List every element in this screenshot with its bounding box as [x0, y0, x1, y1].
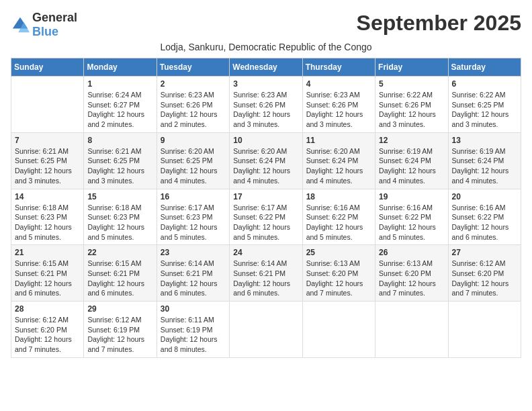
day-number: 25 — [306, 248, 371, 257]
day-number: 15 — [87, 192, 152, 201]
day-number: 1 — [87, 79, 152, 89]
calendar-cell: 3Sunrise: 6:23 AMSunset: 6:26 PMDaylight… — [230, 77, 302, 133]
calendar-cell: 15Sunrise: 6:18 AMSunset: 6:23 PMDayligh… — [84, 189, 157, 245]
day-info: Sunrise: 6:15 AMSunset: 6:21 PMDaylight:… — [15, 259, 80, 298]
day-number: 17 — [233, 192, 298, 201]
day-number: 30 — [161, 304, 226, 314]
calendar-cell — [230, 302, 302, 358]
calendar-cell: 10Sunrise: 6:20 AMSunset: 6:24 PMDayligh… — [230, 132, 302, 189]
day-info: Sunrise: 6:14 AMSunset: 6:21 PMDaylight:… — [233, 259, 298, 298]
day-info: Sunrise: 6:21 AMSunset: 6:25 PMDaylight:… — [87, 146, 152, 186]
day-info: Sunrise: 6:23 AMSunset: 6:26 PMDaylight:… — [161, 90, 226, 130]
day-number: 13 — [452, 136, 517, 145]
day-number: 18 — [306, 192, 371, 201]
day-info: Sunrise: 6:21 AMSunset: 6:25 PMDaylight:… — [15, 146, 80, 186]
day-info: Sunrise: 6:12 AMSunset: 6:20 PMDaylight:… — [15, 315, 80, 355]
calendar-cell: 27Sunrise: 6:12 AMSunset: 6:20 PMDayligh… — [448, 245, 521, 302]
calendar-cell: 19Sunrise: 6:16 AMSunset: 6:22 PMDayligh… — [375, 189, 448, 245]
day-number: 23 — [161, 248, 226, 257]
day-number: 14 — [15, 192, 80, 201]
week-row-1: 7Sunrise: 6:21 AMSunset: 6:25 PMDaylight… — [11, 132, 521, 189]
header-tuesday: Tuesday — [157, 58, 229, 77]
week-row-3: 21Sunrise: 6:15 AMSunset: 6:21 PMDayligh… — [11, 245, 521, 302]
day-number: 20 — [452, 192, 517, 201]
day-info: Sunrise: 6:20 AMSunset: 6:24 PMDaylight:… — [233, 146, 298, 186]
header-friday: Friday — [375, 58, 448, 77]
calendar-cell — [375, 302, 448, 358]
day-info: Sunrise: 6:22 AMSunset: 6:26 PMDaylight:… — [379, 90, 444, 130]
day-info: Sunrise: 6:18 AMSunset: 6:23 PMDaylight:… — [15, 203, 80, 242]
day-number: 2 — [161, 79, 226, 89]
day-number: 10 — [233, 136, 298, 145]
day-number: 26 — [379, 248, 444, 257]
day-info: Sunrise: 6:22 AMSunset: 6:25 PMDaylight:… — [452, 90, 517, 130]
week-row-4: 28Sunrise: 6:12 AMSunset: 6:20 PMDayligh… — [11, 302, 521, 358]
calendar-cell: 26Sunrise: 6:13 AMSunset: 6:20 PMDayligh… — [375, 245, 448, 302]
calendar-cell — [448, 302, 521, 358]
calendar-cell — [11, 77, 84, 133]
calendar-cell: 25Sunrise: 6:13 AMSunset: 6:20 PMDayligh… — [302, 245, 375, 302]
day-info: Sunrise: 6:16 AMSunset: 6:22 PMDaylight:… — [452, 203, 517, 242]
subtitle: Lodja, Sankuru, Democratic Republic of t… — [11, 42, 521, 52]
calendar-cell: 8Sunrise: 6:21 AMSunset: 6:25 PMDaylight… — [84, 132, 157, 189]
title-section: September 2025 — [357, 11, 521, 36]
day-number: 29 — [87, 304, 152, 314]
day-info: Sunrise: 6:14 AMSunset: 6:21 PMDaylight:… — [161, 259, 226, 298]
day-info: Sunrise: 6:23 AMSunset: 6:26 PMDaylight:… — [233, 90, 298, 130]
day-info: Sunrise: 6:13 AMSunset: 6:20 PMDaylight:… — [306, 259, 371, 298]
day-number: 28 — [15, 304, 80, 314]
day-info: Sunrise: 6:20 AMSunset: 6:25 PMDaylight:… — [161, 146, 226, 186]
day-number: 24 — [233, 248, 298, 257]
logo-blue: Blue — [32, 25, 58, 38]
day-info: Sunrise: 6:18 AMSunset: 6:23 PMDaylight:… — [87, 203, 152, 242]
logo-icon — [11, 15, 30, 34]
calendar-cell: 18Sunrise: 6:16 AMSunset: 6:22 PMDayligh… — [302, 189, 375, 245]
calendar-cell: 11Sunrise: 6:20 AMSunset: 6:24 PMDayligh… — [302, 132, 375, 189]
day-info: Sunrise: 6:20 AMSunset: 6:24 PMDaylight:… — [306, 146, 371, 186]
calendar-cell: 28Sunrise: 6:12 AMSunset: 6:20 PMDayligh… — [11, 302, 84, 358]
calendar-cell — [302, 302, 375, 358]
page-header: General Blue September 2025 — [11, 11, 521, 39]
day-info: Sunrise: 6:13 AMSunset: 6:20 PMDaylight:… — [379, 259, 444, 298]
header-sunday: Sunday — [11, 58, 84, 77]
day-number: 19 — [379, 192, 444, 201]
day-info: Sunrise: 6:16 AMSunset: 6:22 PMDaylight:… — [306, 203, 371, 242]
day-number: 22 — [87, 248, 152, 257]
calendar-cell: 5Sunrise: 6:22 AMSunset: 6:26 PMDaylight… — [375, 77, 448, 133]
day-number: 11 — [306, 136, 371, 145]
day-number: 21 — [15, 248, 80, 257]
day-number: 16 — [161, 192, 226, 201]
day-number: 5 — [379, 79, 444, 89]
calendar-cell: 12Sunrise: 6:19 AMSunset: 6:24 PMDayligh… — [375, 132, 448, 189]
day-info: Sunrise: 6:19 AMSunset: 6:24 PMDaylight:… — [452, 146, 517, 186]
calendar-cell: 17Sunrise: 6:17 AMSunset: 6:22 PMDayligh… — [230, 189, 302, 245]
calendar-header: SundayMondayTuesdayWednesdayThursdayFrid… — [11, 58, 521, 77]
calendar-cell: 16Sunrise: 6:17 AMSunset: 6:23 PMDayligh… — [157, 189, 229, 245]
day-info: Sunrise: 6:12 AMSunset: 6:19 PMDaylight:… — [87, 315, 152, 355]
day-number: 8 — [87, 136, 152, 145]
calendar-cell: 24Sunrise: 6:14 AMSunset: 6:21 PMDayligh… — [230, 245, 302, 302]
day-number: 12 — [379, 136, 444, 145]
day-number: 9 — [161, 136, 226, 145]
week-row-2: 14Sunrise: 6:18 AMSunset: 6:23 PMDayligh… — [11, 189, 521, 245]
calendar-cell: 7Sunrise: 6:21 AMSunset: 6:25 PMDaylight… — [11, 132, 84, 189]
day-info: Sunrise: 6:16 AMSunset: 6:22 PMDaylight:… — [379, 203, 444, 242]
calendar-cell: 1Sunrise: 6:24 AMSunset: 6:27 PMDaylight… — [84, 77, 157, 133]
day-number: 4 — [306, 79, 371, 89]
day-info: Sunrise: 6:24 AMSunset: 6:27 PMDaylight:… — [87, 90, 152, 130]
calendar-body: 1Sunrise: 6:24 AMSunset: 6:27 PMDaylight… — [11, 77, 521, 358]
header-saturday: Saturday — [448, 58, 521, 77]
calendar-cell: 2Sunrise: 6:23 AMSunset: 6:26 PMDaylight… — [157, 77, 229, 133]
day-info: Sunrise: 6:23 AMSunset: 6:26 PMDaylight:… — [306, 90, 371, 130]
calendar-cell: 22Sunrise: 6:15 AMSunset: 6:21 PMDayligh… — [84, 245, 157, 302]
calendar-cell: 30Sunrise: 6:11 AMSunset: 6:19 PMDayligh… — [157, 302, 229, 358]
calendar-table: SundayMondayTuesdayWednesdayThursdayFrid… — [11, 58, 521, 358]
day-number: 27 — [452, 248, 517, 257]
header-thursday: Thursday — [302, 58, 375, 77]
month-title: September 2025 — [357, 11, 521, 36]
header-row: SundayMondayTuesdayWednesdayThursdayFrid… — [11, 58, 521, 77]
day-info: Sunrise: 6:17 AMSunset: 6:23 PMDaylight:… — [161, 203, 226, 242]
calendar-cell: 6Sunrise: 6:22 AMSunset: 6:25 PMDaylight… — [448, 77, 521, 133]
day-info: Sunrise: 6:15 AMSunset: 6:21 PMDaylight:… — [87, 259, 152, 298]
day-info: Sunrise: 6:11 AMSunset: 6:19 PMDaylight:… — [161, 315, 226, 355]
